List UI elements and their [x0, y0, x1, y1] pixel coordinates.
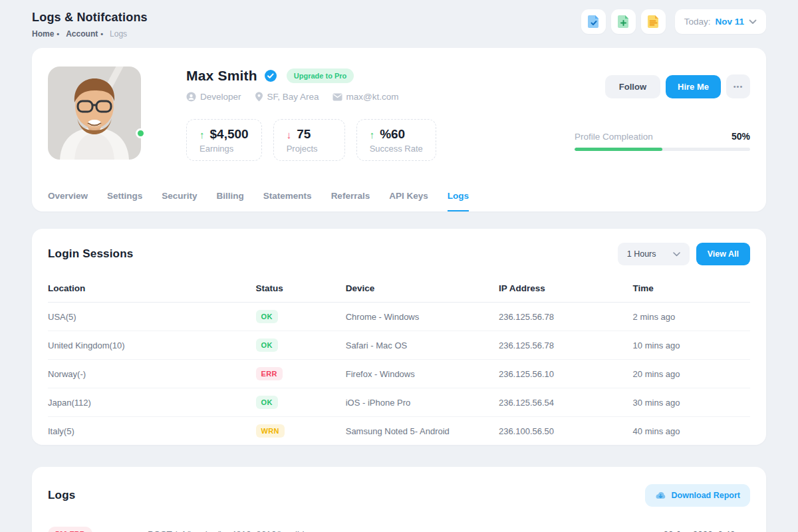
upgrade-to-pro-badge[interactable]: Upgrade to Pro — [287, 68, 354, 83]
log-status-badge: 500 ERR — [48, 527, 92, 532]
trend-up-icon: ↑ — [370, 129, 375, 140]
cloud-download-icon — [655, 491, 666, 500]
follow-button[interactable]: Follow — [605, 75, 660, 98]
header-actions: Today: Nov 11 — [581, 9, 766, 34]
stat-projects: ↓ 75 Projects — [273, 119, 345, 161]
cell-device: Samsung Noted 5- Android — [346, 426, 499, 436]
top-header: Logs & Notifcations Home Account Logs To… — [0, 0, 798, 47]
cell-ip: 236.125.56.10 — [499, 369, 633, 379]
date-value: Nov 11 — [715, 17, 744, 27]
avatar — [48, 66, 141, 160]
table-row[interactable]: United Kingdom(10) OK Safari - Mac OS 23… — [48, 331, 750, 360]
tab-settings[interactable]: Settings — [107, 191, 142, 211]
file-add-button[interactable] — [611, 9, 636, 34]
cell-ip: 236.100.56.50 — [499, 426, 633, 436]
status-badge: WRN — [256, 424, 285, 438]
cell-device: iOS - iPhone Pro — [346, 398, 499, 408]
file-check-icon — [587, 15, 600, 29]
log-timestamp: 20 Jun 2022, 6:43 am — [663, 529, 750, 532]
profile-name: Max Smith — [186, 68, 257, 84]
progress-bar — [575, 148, 750, 151]
cell-time: 10 mins ago — [633, 340, 750, 350]
tab-logs[interactable]: Logs — [448, 191, 469, 211]
cell-ip: 236.125.56.78 — [499, 312, 633, 322]
tab-statements[interactable]: Statements — [263, 191, 312, 211]
log-entry[interactable]: 500 ERR POST /v1/invoice/in_4819_8610/in… — [48, 520, 750, 532]
file-add-icon — [617, 15, 630, 29]
profile-role: Developer — [186, 92, 241, 102]
download-report-button[interactable]: Download Report — [645, 484, 750, 507]
login-sessions-card: Login Sessions 1 Hours View All Location… — [32, 229, 766, 445]
stat-value: %60 — [380, 127, 405, 142]
cell-ip: 236.125.56.54 — [499, 398, 633, 408]
col-status: Status — [256, 283, 346, 293]
stat-earnings: ↑ $4,500 Earnings — [186, 119, 262, 161]
status-badge: OK — [256, 396, 278, 409]
cell-device: Safari - Mac OS — [346, 340, 499, 350]
profile-location: SF, Bay Area — [255, 92, 319, 102]
cell-location: Japan(112) — [48, 398, 256, 408]
table-row[interactable]: USA(5) OK Chrome - Windows 236.125.56.78… — [48, 303, 750, 331]
envelope-icon — [332, 93, 342, 101]
breadcrumb-account[interactable]: Account — [66, 29, 103, 39]
tab-overview[interactable]: Overview — [48, 191, 88, 211]
chevron-down-icon — [749, 19, 757, 25]
status-badge: ERR — [256, 367, 283, 380]
person-icon — [186, 92, 196, 102]
log-request: POST /v1/invoice/in_4819_8610/invalid — [148, 529, 663, 532]
cell-device: Firefox - Windows — [346, 369, 499, 379]
location-pin-icon — [255, 92, 263, 102]
stat-value: $4,500 — [210, 127, 249, 142]
progress-fill — [575, 148, 662, 151]
profile-completion: Profile Compleation 50% — [575, 131, 750, 151]
col-time: Time — [633, 283, 750, 293]
stat-label: Success Rate — [370, 144, 423, 154]
stat-label: Projects — [287, 144, 332, 154]
file-check-button[interactable] — [581, 9, 606, 34]
completion-label: Profile Compleation — [575, 132, 653, 142]
breadcrumb-logs: Logs — [110, 29, 127, 39]
more-options-button[interactable]: ••• — [726, 74, 750, 98]
profile-tabs: Overview Settings Security Billing State… — [48, 191, 469, 211]
cell-time: 30 mins ago — [633, 398, 750, 408]
trend-up-icon: ↑ — [200, 129, 205, 140]
tab-api-keys[interactable]: API Keys — [389, 191, 428, 211]
file-report-icon — [647, 15, 660, 29]
table-row[interactable]: Norway(-) ERR Firefox - Windows 236.125.… — [48, 360, 750, 388]
tab-security[interactable]: Security — [162, 191, 197, 211]
table-row[interactable]: Italy(5) WRN Samsung Noted 5- Android 23… — [48, 417, 750, 445]
status-badge: OK — [256, 338, 278, 352]
login-sessions-title: Login Sessions — [48, 247, 133, 261]
tab-billing[interactable]: Billing — [217, 191, 244, 211]
stat-label: Earnings — [200, 144, 249, 154]
hours-filter-select[interactable]: 1 Hours — [618, 243, 690, 265]
hire-me-button[interactable]: Hire Me — [666, 75, 721, 98]
cell-ip: 236.125.56.78 — [499, 340, 633, 350]
avatar-photo — [48, 66, 141, 160]
completion-percent: 50% — [732, 131, 750, 142]
profile-actions: Follow Hire Me ••• — [605, 74, 750, 98]
view-all-button[interactable]: View All — [696, 243, 750, 265]
logs-card: Logs Download Report 500 ERR POST /v1/in… — [32, 467, 766, 532]
col-ip: IP Address — [499, 283, 633, 293]
cell-time: 40 mins ago — [633, 426, 750, 436]
cell-location: USA(5) — [48, 312, 256, 322]
profile-email: max@kt.com — [332, 92, 399, 102]
stat-success-rate: ↑ %60 Success Rate — [356, 119, 436, 161]
cell-location: Norway(-) — [48, 369, 256, 379]
col-location: Location — [48, 283, 256, 293]
profile-card: Max Smith Upgrade to Pro Developer SF, B… — [32, 48, 766, 211]
cell-location: United Kingdom(10) — [48, 340, 256, 350]
table-row[interactable]: Japan(112) OK iOS - iPhone Pro 236.125.5… — [48, 388, 750, 417]
online-status-dot — [136, 128, 146, 138]
file-report-button[interactable] — [641, 9, 666, 34]
cell-time: 20 mins ago — [633, 369, 750, 379]
date-selector[interactable]: Today: Nov 11 — [675, 9, 766, 34]
breadcrumb-home[interactable]: Home — [32, 29, 59, 39]
trend-down-icon: ↓ — [287, 129, 292, 140]
status-badge: OK — [256, 310, 278, 323]
download-report-label: Download Report — [672, 491, 740, 500]
date-label: Today: — [684, 17, 711, 27]
tab-referrals[interactable]: Referrals — [331, 191, 370, 211]
stat-value: 75 — [297, 127, 311, 142]
